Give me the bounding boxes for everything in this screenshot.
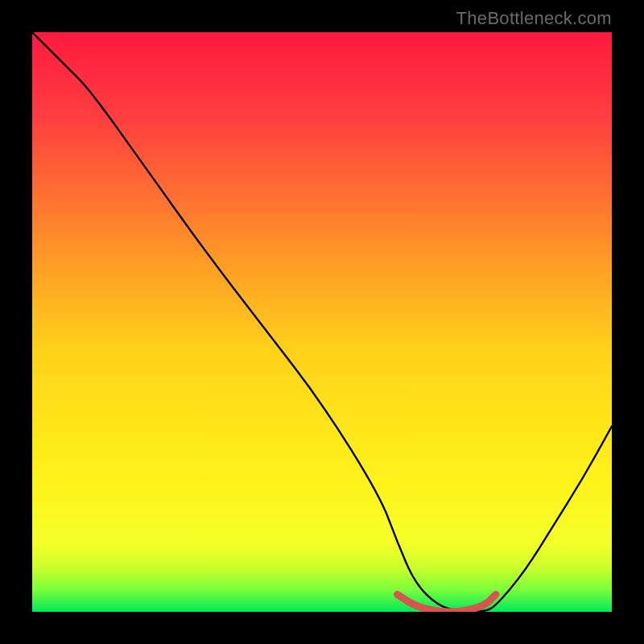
- bottleneck-curve: [32, 32, 612, 612]
- watermark-text: TheBottleneck.com: [456, 8, 612, 29]
- chart-container: TheBottleneck.com: [0, 0, 644, 644]
- curve-layer: [32, 32, 612, 612]
- optimal-range-marker: [398, 594, 496, 612]
- plot-area: [32, 32, 612, 612]
